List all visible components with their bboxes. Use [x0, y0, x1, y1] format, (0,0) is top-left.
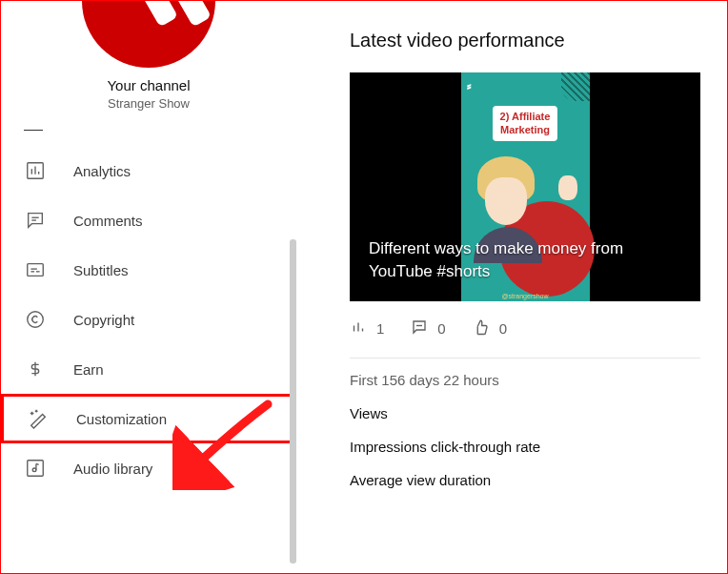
stat-analytics[interactable]: 1 — [350, 318, 384, 338]
comments-mini-icon — [411, 318, 428, 338]
sidebar-item-label: Copyright — [73, 312, 134, 328]
metric-views: Views — [350, 405, 700, 421]
stat-value: 1 — [376, 320, 384, 337]
comments-icon — [24, 209, 47, 232]
video-stats-row: 1 0 0 — [350, 318, 700, 338]
short-watermark: @strangershow — [461, 293, 590, 299]
metric-duration: Average view duration — [350, 472, 700, 488]
sidebar-item-label: Subtitles — [73, 262, 129, 278]
sidebar-scrollbar[interactable] — [290, 239, 296, 564]
time-period: First 156 days 22 hours — [350, 372, 700, 388]
svg-rect-6 — [28, 264, 44, 277]
svg-point-12 — [32, 468, 36, 472]
short-pattern-icon — [561, 72, 590, 101]
sidebar-item-label: Audio library — [73, 461, 152, 477]
divider — [24, 130, 43, 131]
analytics-icon — [24, 159, 47, 182]
section-title: Latest video performance — [350, 30, 700, 51]
earn-icon — [24, 358, 47, 380]
video-title: Different ways to make money from YouTub… — [369, 237, 681, 284]
video-thumbnail[interactable]: ⸗ 2) Affiliate Marketing @strangershow D… — [350, 72, 700, 301]
channel-name: Stranger Show — [1, 96, 296, 111]
like-icon — [473, 318, 490, 338]
short-logo-icon: ⸗ — [467, 78, 472, 94]
avatar[interactable] — [82, 1, 215, 68]
your-channel-label: Your channel — [1, 77, 296, 93]
audio-library-icon — [24, 457, 47, 480]
sidebar-item-comments[interactable]: Comments — [1, 195, 296, 245]
short-title-card: 2) Affiliate Marketing — [493, 106, 558, 141]
nav: Analytics Comments Subtitles Copyright — [1, 146, 296, 493]
sidebar-item-label: Analytics — [73, 163, 131, 179]
channel-header: Your channel Stranger Show — [1, 1, 296, 111]
sidebar-item-analytics[interactable]: Analytics — [1, 146, 296, 195]
sidebar: Your channel Stranger Show Analytics Com… — [1, 1, 296, 573]
main-content: Latest video performance ⸗ 2) Affiliate … — [296, 1, 727, 573]
analytics-mini-icon — [350, 318, 367, 338]
sidebar-item-audio-library[interactable]: Audio library — [1, 443, 296, 493]
stat-value: 0 — [499, 320, 507, 337]
customization-icon — [27, 407, 50, 430]
stat-value: 0 — [437, 320, 445, 337]
divider — [350, 358, 700, 359]
sidebar-item-copyright[interactable]: Copyright — [1, 295, 296, 344]
sidebar-item-earn[interactable]: Earn — [1, 344, 296, 394]
copyright-icon — [24, 308, 47, 331]
sidebar-item-subtitles[interactable]: Subtitles — [1, 245, 296, 295]
svg-point-10 — [28, 312, 44, 328]
sidebar-item-label: Earn — [73, 361, 104, 378]
sidebar-item-label: Customization — [76, 411, 167, 427]
stat-comments[interactable]: 0 — [411, 318, 445, 338]
sidebar-item-label: Comments — [73, 213, 143, 229]
metric-ctr: Impressions click-through rate — [350, 439, 700, 455]
sidebar-item-customization[interactable]: Customization — [1, 394, 296, 443]
short-card-line1: 2) Affiliate — [500, 110, 551, 123]
subtitles-icon — [24, 258, 47, 281]
stat-likes[interactable]: 0 — [473, 318, 507, 338]
short-card-line2: Marketing — [500, 123, 551, 136]
